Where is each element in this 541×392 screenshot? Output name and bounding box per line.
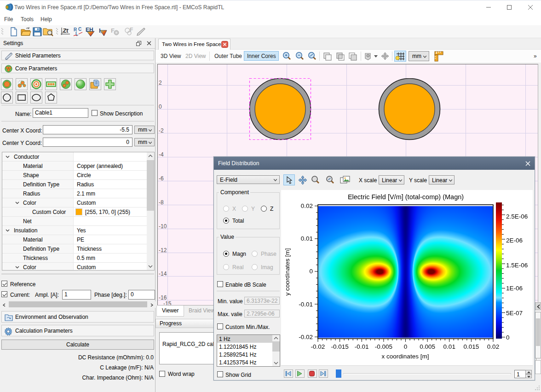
svg-text:2.5E-06: 2.5E-06 <box>506 213 528 220</box>
svg-text:0.01: 0.01 <box>443 343 455 350</box>
svg-text:Electric Field [V/m] (total-co: Electric Field [V/m] (total-comp) (Magn) <box>348 193 464 201</box>
svg-text:EH: EH <box>86 27 93 33</box>
svg-text:x coordinates [m]: x coordinates [m] <box>382 353 429 360</box>
svg-text:-0.015: -0.015 <box>331 343 348 350</box>
svg-text:0: 0 <box>309 268 313 275</box>
svg-text:-0.01: -0.01 <box>355 343 369 350</box>
svg-text:1E-06: 1E-06 <box>506 285 523 292</box>
svg-text:C: C <box>78 27 81 32</box>
svg-text:0.02: 0.02 <box>487 343 499 350</box>
svg-text:2E-06: 2E-06 <box>506 237 523 244</box>
svg-text:0.015: 0.015 <box>463 343 479 350</box>
svg-text:y coordinates [m]: y coordinates [m] <box>284 248 291 296</box>
svg-text:0.02: 0.02 <box>301 202 313 209</box>
svg-text:-0.005: -0.005 <box>375 343 392 350</box>
svg-text:Zt: Zt <box>63 28 68 34</box>
svg-text:0: 0 <box>404 343 408 350</box>
svg-text:0.005: 0.005 <box>420 343 435 350</box>
svg-text:I: I <box>99 27 101 34</box>
svg-text:0.01: 0.01 <box>301 235 313 242</box>
svg-text:1.5E-06: 1.5E-06 <box>506 262 528 269</box>
svg-text:0: 0 <box>506 334 510 341</box>
svg-text:-0.01: -0.01 <box>299 301 313 308</box>
svg-text:-0.02: -0.02 <box>299 334 313 340</box>
svg-text:-0.02: -0.02 <box>311 343 325 350</box>
svg-text:5E-07: 5E-07 <box>506 310 523 317</box>
svg-text:F: F <box>130 27 133 33</box>
